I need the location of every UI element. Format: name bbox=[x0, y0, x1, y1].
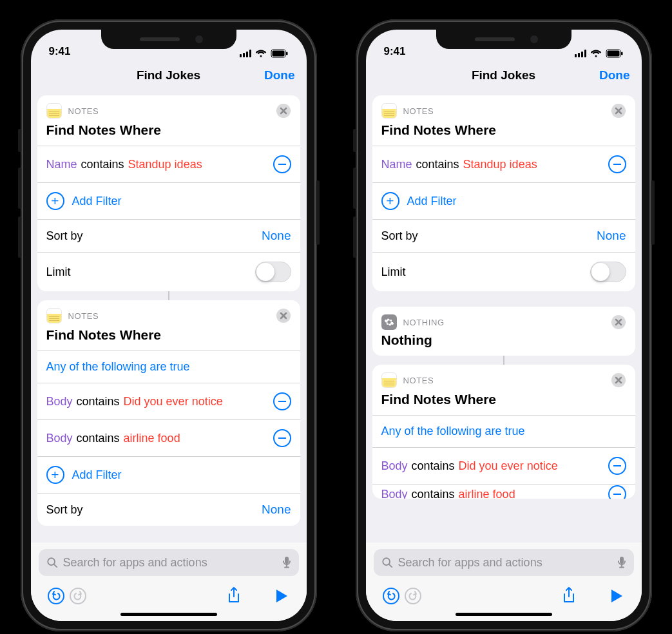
play-button[interactable] bbox=[271, 585, 293, 607]
card-title: Find Notes Where bbox=[37, 325, 300, 351]
card-title: Find Notes Where bbox=[372, 120, 635, 146]
field-token[interactable]: Body bbox=[381, 459, 408, 473]
notes-app-icon bbox=[46, 103, 62, 119]
operator-token[interactable]: contains bbox=[81, 158, 124, 171]
filter-row[interactable]: Body contains airline food bbox=[372, 485, 635, 499]
plus-icon: + bbox=[46, 466, 64, 484]
remove-filter-button[interactable] bbox=[608, 457, 626, 475]
svg-point-24 bbox=[405, 588, 421, 604]
app-label: NOTES bbox=[68, 106, 276, 116]
any-of-row[interactable]: Any of the following are true bbox=[372, 416, 635, 447]
value-token[interactable]: airline food bbox=[124, 432, 180, 445]
wifi-icon bbox=[255, 49, 267, 58]
filter-row[interactable]: Name contains Standup ideas bbox=[372, 146, 635, 182]
done-button[interactable]: Done bbox=[599, 68, 630, 82]
value-token[interactable]: Did you ever notice bbox=[124, 395, 223, 408]
search-icon bbox=[381, 557, 393, 568]
undo-button[interactable] bbox=[380, 585, 402, 607]
value-token[interactable]: Standup ideas bbox=[128, 158, 202, 171]
filter-row[interactable]: Body contains Did you ever notice bbox=[37, 383, 300, 419]
svg-rect-1 bbox=[272, 51, 284, 57]
phone-left: 9:41 Find Jokes Done NOTES bbox=[21, 19, 317, 631]
action-card-nothing: NOTHING Nothing bbox=[372, 307, 635, 356]
card-title: Find Notes Where bbox=[372, 389, 635, 415]
limit-label: Limit bbox=[381, 265, 406, 279]
sort-by-row[interactable]: Sort by None bbox=[37, 494, 300, 526]
value-token[interactable]: airline food bbox=[459, 488, 515, 499]
share-button[interactable] bbox=[558, 585, 580, 607]
home-indicator[interactable] bbox=[456, 613, 552, 616]
app-label: NOTES bbox=[68, 311, 276, 321]
sort-by-label: Sort by bbox=[381, 229, 418, 243]
svg-rect-13 bbox=[607, 51, 619, 57]
field-token[interactable]: Body bbox=[46, 395, 73, 408]
app-label: NOTHING bbox=[403, 318, 611, 327]
remove-filter-button[interactable] bbox=[273, 392, 291, 410]
add-filter-button[interactable]: + Add Filter bbox=[37, 457, 300, 493]
app-label: NOTES bbox=[403, 376, 611, 385]
sort-by-value[interactable]: None bbox=[597, 229, 626, 243]
add-filter-button[interactable]: + Add Filter bbox=[372, 183, 635, 219]
battery-icon bbox=[271, 49, 289, 58]
field-token[interactable]: Name bbox=[46, 158, 77, 171]
status-time: 9:41 bbox=[384, 45, 406, 58]
search-icon bbox=[46, 557, 58, 568]
filter-row[interactable]: Body contains Did you ever notice bbox=[372, 448, 635, 484]
share-button[interactable] bbox=[223, 585, 245, 607]
svg-point-23 bbox=[383, 588, 399, 604]
limit-toggle[interactable] bbox=[255, 262, 291, 282]
close-card-button[interactable] bbox=[611, 103, 626, 119]
filter-row[interactable]: Name contains Standup ideas bbox=[37, 146, 300, 182]
sort-by-value[interactable]: None bbox=[262, 229, 291, 243]
undo-button[interactable] bbox=[45, 585, 67, 607]
search-placeholder: Search for apps and actions bbox=[398, 556, 612, 570]
close-card-button[interactable] bbox=[276, 103, 291, 119]
done-button[interactable]: Done bbox=[264, 68, 295, 82]
limit-toggle[interactable] bbox=[590, 262, 626, 282]
close-card-button[interactable] bbox=[611, 372, 626, 388]
add-filter-button[interactable]: + Add Filter bbox=[37, 183, 300, 219]
field-token[interactable]: Body bbox=[46, 432, 73, 445]
remove-filter-button[interactable] bbox=[608, 485, 626, 499]
close-card-button[interactable] bbox=[611, 314, 626, 330]
remove-filter-button[interactable] bbox=[273, 429, 291, 447]
redo-button bbox=[402, 585, 424, 607]
sort-by-row[interactable]: Sort by None bbox=[372, 220, 635, 252]
close-card-button[interactable] bbox=[276, 308, 291, 323]
field-token[interactable]: Name bbox=[381, 158, 412, 171]
operator-token[interactable]: contains bbox=[412, 459, 455, 473]
home-indicator[interactable] bbox=[120, 613, 217, 616]
connector-line bbox=[168, 291, 169, 300]
operator-token[interactable]: contains bbox=[416, 158, 459, 171]
search-input[interactable]: Search for apps and actions bbox=[39, 549, 299, 576]
svg-rect-20 bbox=[620, 557, 624, 564]
add-filter-label: Add Filter bbox=[72, 468, 122, 482]
bottom-bar: Search for apps and actions bbox=[31, 543, 307, 621]
dictation-icon[interactable] bbox=[617, 556, 626, 569]
filter-row[interactable]: Body contains airline food bbox=[37, 420, 300, 456]
svg-rect-2 bbox=[286, 52, 288, 55]
any-of-label: Any of the following are true bbox=[46, 360, 190, 374]
dictation-icon[interactable] bbox=[282, 556, 291, 569]
bottom-bar: Search for apps and actions bbox=[366, 543, 642, 621]
operator-token[interactable]: contains bbox=[77, 432, 120, 445]
action-card-find-notes: NOTES Find Notes Where Any of the follow… bbox=[372, 365, 635, 499]
app-label: NOTES bbox=[403, 106, 611, 116]
plus-icon: + bbox=[46, 192, 64, 210]
search-input[interactable]: Search for apps and actions bbox=[374, 549, 634, 576]
any-of-row[interactable]: Any of the following are true bbox=[37, 351, 300, 383]
toolbar bbox=[374, 585, 634, 607]
remove-filter-button[interactable] bbox=[608, 155, 626, 173]
sort-by-label: Sort by bbox=[46, 503, 83, 517]
value-token[interactable]: Did you ever notice bbox=[459, 459, 558, 473]
redo-button bbox=[67, 585, 89, 607]
field-token[interactable]: Body bbox=[381, 488, 408, 499]
sort-by-value[interactable]: None bbox=[262, 503, 291, 517]
operator-token[interactable]: contains bbox=[77, 395, 120, 408]
operator-token[interactable]: contains bbox=[412, 488, 455, 499]
play-button[interactable] bbox=[606, 585, 628, 607]
add-filter-label: Add Filter bbox=[72, 195, 122, 208]
remove-filter-button[interactable] bbox=[273, 155, 291, 173]
value-token[interactable]: Standup ideas bbox=[463, 158, 537, 171]
sort-by-row[interactable]: Sort by None bbox=[37, 220, 300, 252]
